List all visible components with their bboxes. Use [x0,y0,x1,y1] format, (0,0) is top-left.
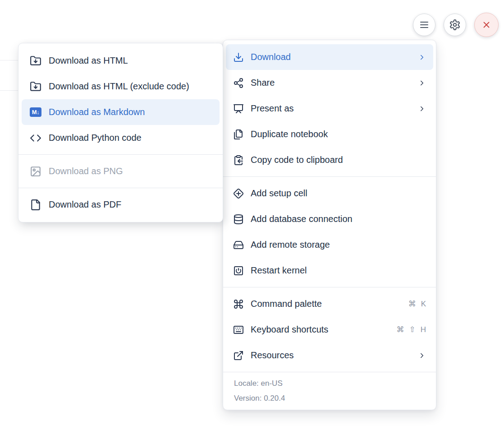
menu-section: Download as PDF [18,188,223,222]
menu-item-label: Share [251,78,418,88]
menu-item-label: Resources [251,350,418,361]
folder-download-icon [30,81,41,92]
menu-item-download-as-pdf[interactable]: Download as PDF [22,192,220,217]
menu-item-label: Download as HTML (exclude code) [49,81,211,92]
diamond-plus-icon [233,188,244,199]
settings-button[interactable] [444,14,466,36]
chevron-right-icon [418,352,426,360]
folder-download-icon [30,55,41,67]
presentation-icon [233,103,244,114]
gear-icon [449,19,461,31]
database-icon [233,214,244,225]
chevron-right-icon [418,53,426,61]
menu-item-download-as-png: Download as PNG [22,158,220,184]
shortcut-hint: ⌘⇧H [396,325,426,334]
file-icon [30,199,41,211]
code-icon [30,132,41,144]
menu-item-duplicate-notebook[interactable]: Duplicate notebook [226,121,433,147]
menu-item-label: Download Python code [49,133,211,143]
duplicate-icon [233,129,244,140]
power-icon [233,265,244,276]
close-icon [481,20,491,30]
menu-item-label: Download as PDF [49,199,211,210]
menu-item-resources[interactable]: Resources [226,342,433,368]
markdown-icon: M↓ [30,106,41,118]
cell-border-line [0,90,18,91]
menu-item-label: Add setup cell [251,188,426,199]
shutdown-button[interactable] [474,13,499,37]
hamburger-icon [419,19,430,30]
menu-item-add-setup-cell[interactable]: Add setup cell [226,180,433,206]
shortcut-key: ⇧ [409,325,415,334]
external-link-icon [233,350,244,361]
menu-item-command-palette[interactable]: Command palette⌘K [226,291,433,317]
hard-drive-icon [233,240,244,250]
notebook-actions-toolbar [413,13,499,37]
footer-locale: Locale: en-US [234,376,429,391]
menu-item-present-as[interactable]: Present as [226,96,433,121]
keyboard-icon [233,324,244,335]
menu-item-label: Download as Markdown [49,107,211,117]
menu-item-keyboard-shortcuts[interactable]: Keyboard shortcuts⌘⇧H [226,317,433,342]
menu-item-download-as-html[interactable]: Download as HTML [22,48,220,74]
menu-item-label: Present as [251,103,418,114]
menu-item-label: Copy code to clipboard [251,155,426,165]
menu-section: Download as PNG [18,154,223,188]
menu-item-download[interactable]: Download [226,44,433,70]
shortcut-key: ⌘ [408,299,416,309]
menu-item-label: Download [251,52,418,62]
shortcut-key: H [421,325,426,334]
notebook-menu: DownloadSharePresent asDuplicate noteboo… [223,40,436,410]
menu-item-label: Duplicate notebook [251,129,426,139]
clipboard-copy-icon [233,155,244,166]
image-icon [30,166,41,177]
menu-item-label: Add database connection [251,214,426,224]
menu-item-label: Download as PNG [49,166,211,176]
menu-footer: Locale: en-USVersion: 0.20.4 [223,372,436,410]
download-icon [233,52,244,63]
menu-section: DownloadSharePresent asDuplicate noteboo… [223,40,436,176]
command-icon [233,299,244,310]
menu-item-add-database-connection[interactable]: Add database connection [226,206,433,232]
shortcut-hint: ⌘K [408,299,426,309]
menu-item-label: Restart kernel [251,265,426,276]
menu-item-download-as-html-exclude-code[interactable]: Download as HTML (exclude code) [22,74,220,99]
notebook-menu-button[interactable] [413,14,435,36]
footer-version: Version: 0.20.4 [234,391,429,406]
share-icon [233,78,244,88]
menu-item-share[interactable]: Share [226,70,433,96]
cell-border-line [0,60,18,60]
menu-item-add-remote-storage[interactable]: Add remote storage [226,232,433,258]
menu-item-label: Download as HTML [49,56,211,66]
menu-item-copy-code-to-clipboard[interactable]: Copy code to clipboard [226,147,433,173]
menu-item-label: Keyboard shortcuts [251,324,396,335]
menu-item-download-as-markdown[interactable]: M↓Download as Markdown [22,99,220,125]
menu-item-label: Add remote storage [251,240,426,250]
menu-item-download-python-code[interactable]: Download Python code [22,125,220,151]
markdown-icon: M↓ [30,107,41,117]
shortcut-key: K [421,300,426,309]
chevron-right-icon [418,105,426,113]
menu-section: Command palette⌘KKeyboard shortcuts⌘⇧HRe… [223,287,436,372]
menu-item-restart-kernel[interactable]: Restart kernel [226,258,433,283]
download-submenu: Download as HTMLDownload as HTML (exclud… [18,43,223,222]
menu-section: Add setup cellAdd database connectionAdd… [223,176,436,287]
menu-item-label: Command palette [251,299,408,309]
menu-section: Download as HTMLDownload as HTML (exclud… [18,43,223,154]
chevron-right-icon [418,79,426,87]
shortcut-key: ⌘ [396,325,404,334]
